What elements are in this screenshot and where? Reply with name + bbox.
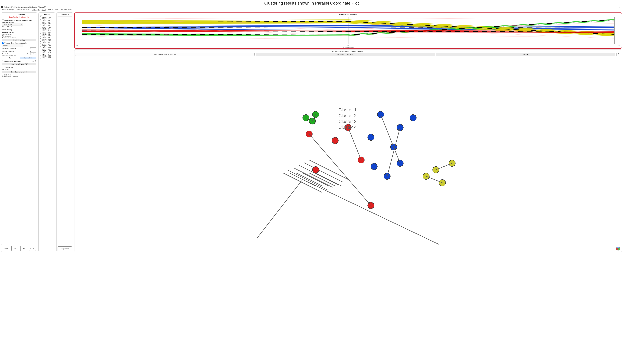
pcp-axis-fo3: FO3 [618, 45, 620, 47]
cluster-item-checkbox[interactable] [40, 52, 41, 53]
null-pool-checkbox[interactable] [2, 74, 4, 76]
cluster-item-checkbox[interactable] [40, 45, 41, 47]
cluster-item-checkbox[interactable] [40, 47, 41, 48]
maximize-icon[interactable]: ▢ [612, 6, 617, 8]
cluster-item-checkbox[interactable] [40, 33, 41, 35]
clear-button[interactable]: Clear [20, 246, 27, 251]
analysis-method-select[interactable]: Please Select [2, 23, 23, 25]
run-clustering-button[interactable]: Run [2, 57, 19, 59]
cluster-item-checkbox[interactable] [40, 39, 41, 40]
cluster-item[interactable]: C 2 | G 1 | i 16 [40, 32, 54, 33]
show-pareto-button[interactable]: Show Pareto Front on PCP [2, 63, 36, 65]
cluster-item-checkbox[interactable] [40, 37, 41, 38]
cluster-item[interactable]: C 1 | G 1 | i 1 [40, 25, 54, 26]
cluster-item-checkbox[interactable] [40, 49, 41, 50]
export-progress-bar [58, 16, 72, 17]
cluster-item[interactable]: C 4 | G 1 | i 3 [40, 54, 54, 55]
cluster-item[interactable]: C 2 | G 1 | i 9 [40, 37, 54, 38]
cluster-item[interactable]: C 3 | G 1 | i 15 [40, 47, 54, 48]
tab-wallacei-selection[interactable]: Wallacei Selection [31, 9, 45, 11]
show-all-button[interactable]: Show All [436, 53, 615, 56]
cluster-item-label: C 2 | G 1 | i 19 [42, 40, 51, 42]
cluster-item[interactable]: C 2 | G 1 | i 6 [40, 33, 54, 35]
all-checkbox[interactable] [35, 53, 36, 55]
cluster-item[interactable]: C 2 | G 1 | i 0 [40, 43, 54, 45]
fitness-objective-label: Fitness Objective [2, 26, 29, 28]
cluster-counts-label: C1:6 | C2:11 | C3:3 | C4:5 | [2, 55, 36, 56]
cluster-item-checkbox[interactable] [40, 55, 41, 57]
generation-input[interactable] [30, 68, 36, 70]
cluster-item[interactable]: C 4 | G 1 | i 24 [40, 52, 54, 53]
cluster-item-checkbox[interactable] [40, 30, 41, 31]
generations-checkbox[interactable] [2, 66, 4, 68]
add-button[interactable]: Add [11, 246, 18, 251]
cluster-item-checkbox[interactable] [40, 17, 41, 18]
uml-method-select[interactable]: Kmeans [2, 44, 23, 47]
cluster-item-checkbox[interactable] [40, 50, 41, 52]
select-ranking-input[interactable] [30, 29, 36, 31]
num-clusters-input[interactable] [30, 50, 36, 53]
cluster-item[interactable]: C 2 | G 1 | i 19 [40, 40, 54, 42]
cluster-item[interactable]: C 3 | G 1 | i 2 [40, 48, 54, 50]
uml-checkbox[interactable] [2, 42, 4, 44]
cluster-item-checkbox[interactable] [40, 21, 41, 23]
cluster-item-checkbox[interactable] [40, 28, 41, 30]
pareto-all-checkbox[interactable] [35, 60, 36, 62]
cluster-item-checkbox[interactable] [40, 40, 41, 42]
show-clustering-3d-button[interactable]: Show Only Clustering in 3D space [75, 53, 255, 56]
clustering-master-checkbox[interactable] [40, 14, 42, 16]
cluster-item[interactable]: C 4 | G 1 | i 17 [40, 57, 54, 59]
zoom-button[interactable] [616, 53, 621, 56]
tab-wallacei-analytics[interactable]: Wallacei Analytics [16, 9, 30, 11]
cluster-item[interactable]: C 4 | G 1 | i 14 [40, 55, 54, 57]
cluster-item[interactable]: C 1 | G 1 | i 11 [40, 23, 54, 25]
cluster-item-checkbox[interactable] [40, 54, 41, 55]
show-dendrogram-button[interactable]: Show Only Dendrogram [256, 53, 435, 56]
cluster-item[interactable]: C 3 | G 1 | i 13 [40, 45, 54, 47]
cluster-item[interactable]: C 1 | G 1 | i 7 [40, 18, 54, 20]
svg-line-14 [309, 173, 335, 186]
cluster-item-checkbox[interactable] [40, 18, 41, 20]
minimize-icon[interactable]: — [607, 6, 612, 8]
run-pcp-analysis-button[interactable]: Run PCP Analysis [2, 39, 36, 41]
show-generation-button[interactable]: Show Generation on PCP [2, 71, 36, 73]
show-on-pcp-button[interactable]: Show on PCP [20, 57, 36, 59]
stop-export-button[interactable]: Stop Export [58, 246, 72, 251]
gen-checkbox[interactable] [31, 53, 32, 55]
cluster-item[interactable]: C 2 | G 1 | i 5 [40, 42, 54, 43]
svg-line-7 [288, 171, 327, 190]
svg-text:Cluster 3: Cluster 3 [338, 119, 356, 124]
scatter-3d-plot[interactable]: Cluster 1Cluster 2Cluster 3Cluster 4 [75, 56, 621, 251]
cluster-item-checkbox[interactable] [40, 25, 41, 26]
export-button[interactable]: Export [29, 246, 36, 251]
cluster-item-checkbox[interactable] [40, 43, 41, 45]
cluster-item-checkbox[interactable] [40, 27, 41, 28]
cluster-item[interactable]: C 1 | G 1 | i 8 [40, 20, 54, 21]
draw-pcp-button[interactable]: Draw Parallel Coordinate Plot [2, 16, 36, 18]
cluster-item-checkbox[interactable] [40, 20, 41, 21]
cluster-item[interactable]: C 2 | G 1 | i 18 [40, 35, 54, 37]
cluster-item-checkbox[interactable] [40, 35, 41, 37]
cluster-item[interactable]: C 2 | G 1 | i 4 [40, 28, 54, 30]
pcp-settings-checkbox[interactable] [2, 19, 4, 21]
cluster-item-checkbox[interactable] [40, 23, 41, 25]
cluster-item[interactable]: C 2 | G 1 | i 22 [40, 26, 54, 28]
snap-button[interactable]: Snap [3, 246, 9, 251]
cluster-item-checkbox[interactable] [40, 32, 41, 33]
pareto-solutions-checkbox[interactable] [2, 60, 4, 62]
fitness-objective-input[interactable] [30, 26, 36, 28]
cluster-item[interactable]: C 1 | G 1 | i 10 [40, 16, 54, 18]
close-icon[interactable]: ✕ [617, 6, 622, 8]
orientation-cube-icon[interactable] [616, 246, 621, 251]
cluster-item[interactable]: C 4 | G 1 | i 21 [40, 50, 54, 52]
generations-label: Generations [4, 66, 13, 68]
tab-wallacei-primer[interactable]: Wallacei Primer [61, 9, 73, 11]
cluster-item-checkbox[interactable] [40, 42, 41, 43]
gen-to-cluster-input[interactable] [30, 47, 36, 50]
cluster-item[interactable]: C 2 | G 1 | i 23 [40, 38, 54, 40]
cluster-item[interactable]: C 1 | G 1 | i 12 [40, 21, 54, 23]
tab-wallacei-forum[interactable]: Wallacei Forum [47, 9, 59, 11]
cluster-item[interactable]: C 2 | G 1 | i 20 [40, 30, 54, 31]
cluster-item-checkbox[interactable] [40, 57, 41, 59]
tab-wallacei-settings[interactable]: Wallacei Settings [1, 9, 15, 11]
